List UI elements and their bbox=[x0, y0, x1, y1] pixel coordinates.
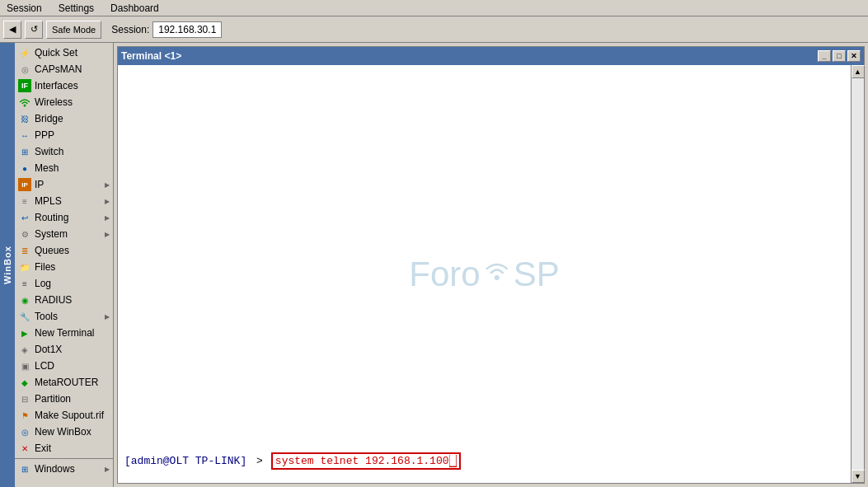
menu-session[interactable]: Session bbox=[3, 2, 45, 15]
sidebar-item-dot1x[interactable]: ◈Dot1X bbox=[15, 341, 113, 358]
sidebar-item-exit[interactable]: ✕Exit bbox=[15, 440, 113, 457]
sidebar-item-ppp[interactable]: ↔PPP bbox=[15, 127, 113, 143]
terminal-cursor: █ bbox=[449, 455, 457, 467]
sidebar-label-routing: Routing bbox=[35, 212, 68, 223]
scroll-down-button[interactable]: ▼ bbox=[852, 470, 865, 483]
refresh-button[interactable]: ↺ bbox=[25, 21, 43, 39]
sidebar-label-dot1x: Dot1X bbox=[35, 344, 62, 355]
sidebar-item-new-winbox[interactable]: ◎New WinBox bbox=[15, 424, 113, 440]
bridge-icon: ⛓ bbox=[18, 112, 31, 125]
back-button[interactable]: ◀ bbox=[3, 21, 21, 39]
watermark-sp: SP bbox=[514, 255, 560, 294]
sidebar-label-partition: Partition bbox=[35, 393, 71, 405]
mpls-icon: ≡ bbox=[18, 194, 31, 208]
sidebar-item-mpls[interactable]: ≡MPLS bbox=[15, 193, 113, 209]
sidebar-label-mesh: Mesh bbox=[35, 162, 59, 174]
terminal-arrow bbox=[248, 455, 255, 467]
terminal-command[interactable]: system telnet 192.168.1.100█ bbox=[271, 452, 461, 470]
sidebar-item-windows[interactable]: ⊞Windows bbox=[15, 461, 113, 477]
terminal-window: Terminal <1> _ □ ✕ Foro bbox=[117, 46, 865, 484]
log-icon: ≡ bbox=[18, 277, 31, 290]
sidebar-content: ⚡Quick Set◎CAPsMANIFInterfaces Wireless⛓… bbox=[15, 43, 113, 479]
scroll-track[interactable] bbox=[852, 78, 864, 470]
sidebar-label-windows: Windows bbox=[35, 463, 75, 475]
sidebar-label-interfaces: Interfaces bbox=[35, 80, 78, 91]
new-winbox-icon: ◎ bbox=[18, 425, 31, 438]
terminal-close-button[interactable]: ✕ bbox=[847, 50, 861, 62]
sidebar-item-capsman[interactable]: ◎CAPsMAN bbox=[15, 61, 113, 77]
terminal-body-wrapper: Foro SP [admin@OLT T bbox=[118, 65, 864, 483]
terminal-titlebar: Terminal <1> _ □ ✕ bbox=[118, 47, 864, 65]
terminal-minimize-button[interactable]: _ bbox=[818, 50, 831, 62]
windows-icon: ⊞ bbox=[18, 462, 31, 475]
sidebar-label-queues: Queues bbox=[35, 245, 69, 256]
sidebar-item-tools[interactable]: 🔧Tools bbox=[15, 308, 113, 325]
sidebar-label-system: System bbox=[35, 228, 68, 240]
menu-dashboard[interactable]: Dashboard bbox=[107, 2, 162, 15]
scroll-up-button[interactable]: ▲ bbox=[852, 65, 865, 78]
sidebar-item-system[interactable]: ⚙System bbox=[15, 226, 113, 242]
lcd-icon: ▣ bbox=[18, 359, 31, 372]
quick-set-icon: ⚡ bbox=[18, 46, 31, 59]
dot1x-icon: ◈ bbox=[18, 343, 31, 356]
sidebar-item-switch[interactable]: ⊞Switch bbox=[15, 143, 113, 160]
sidebar-label-files: Files bbox=[35, 261, 55, 273]
sidebar-item-mesh[interactable]: ●Mesh bbox=[15, 160, 113, 176]
terminal-input-area: [admin@OLT TP-LINK] > system telnet 192.… bbox=[121, 451, 847, 475]
toolbar: ◀ ↺ Safe Mode Session: 192.168.30.1 bbox=[0, 16, 868, 43]
sidebar-item-files[interactable]: 📁Files bbox=[15, 259, 113, 275]
partition-icon: ⊟ bbox=[18, 392, 31, 405]
refresh-icon: ↺ bbox=[30, 24, 38, 35]
sidebar-item-metarouter[interactable]: ◆MetaROUTER bbox=[15, 374, 113, 391]
sidebar-label-new-winbox: New WinBox bbox=[35, 426, 91, 438]
watermark-wifi-icon bbox=[481, 255, 514, 294]
ip-icon: IP bbox=[18, 178, 31, 191]
main-container: WinBox ⚡Quick Set◎CAPsMANIFInterfaces Wi… bbox=[0, 43, 868, 487]
session-label: Session: bbox=[111, 24, 149, 35]
sidebar-item-routing[interactable]: ↩Routing bbox=[15, 209, 113, 226]
exit-icon: ✕ bbox=[18, 442, 31, 455]
sidebar-item-lcd[interactable]: ▣LCD bbox=[15, 358, 113, 374]
sidebar-label-switch: Switch bbox=[35, 146, 63, 157]
sidebar-item-queues[interactable]: ≣Queues bbox=[15, 242, 113, 259]
sidebar-label-lcd: LCD bbox=[35, 360, 54, 372]
terminal-maximize-button[interactable]: □ bbox=[833, 50, 846, 62]
sidebar-item-bridge[interactable]: ⛓Bridge bbox=[15, 110, 113, 127]
radius-icon: ◉ bbox=[18, 293, 31, 307]
session-ip: 192.168.30.1 bbox=[158, 24, 216, 35]
sidebar-label-ip: IP bbox=[35, 179, 44, 190]
back-icon: ◀ bbox=[9, 24, 16, 35]
wireless-icon bbox=[18, 96, 31, 109]
sidebar-item-make-supout[interactable]: ⚑Make Supout.rif bbox=[15, 407, 113, 424]
make-supout-icon: ⚑ bbox=[18, 409, 31, 422]
sidebar-item-partition[interactable]: ⊟Partition bbox=[15, 391, 113, 407]
sidebar-label-tools: Tools bbox=[35, 311, 58, 322]
tools-icon: 🔧 bbox=[18, 310, 31, 323]
winbox-label: WinBox bbox=[0, 43, 15, 487]
sidebar-item-wireless[interactable]: Wireless bbox=[15, 94, 113, 110]
sidebar-label-bridge: Bridge bbox=[35, 113, 63, 124]
new-terminal-icon: ▶ bbox=[18, 326, 31, 339]
ppp-icon: ↔ bbox=[18, 129, 31, 142]
sidebar-item-radius[interactable]: ◉RADIUS bbox=[15, 292, 113, 308]
sidebar-item-new-terminal[interactable]: ▶New Terminal bbox=[15, 325, 113, 341]
terminal-area: Terminal <1> _ □ ✕ Foro bbox=[114, 43, 868, 487]
sidebar-label-exit: Exit bbox=[35, 443, 51, 454]
terminal-command-text: system telnet 192.168.1.100 bbox=[275, 455, 449, 467]
sidebar-item-quick-set[interactable]: ⚡Quick Set bbox=[15, 44, 113, 61]
terminal-body[interactable]: Foro SP [admin@OLT T bbox=[118, 65, 851, 483]
watermark: Foro SP bbox=[409, 255, 559, 294]
terminal-input-line: [admin@OLT TP-LINK] > system telnet 192.… bbox=[121, 451, 847, 471]
svg-point-0 bbox=[24, 105, 26, 107]
terminal-prompt: [admin@OLT TP-LINK] bbox=[124, 455, 246, 467]
sidebar-label-mpls: MPLS bbox=[35, 195, 62, 207]
sidebar-label-capsman: CAPsMAN bbox=[35, 63, 82, 75]
terminal-controls: _ □ ✕ bbox=[818, 50, 861, 62]
sidebar-label-wireless: Wireless bbox=[35, 96, 73, 108]
sidebar-item-log[interactable]: ≡Log bbox=[15, 275, 113, 292]
sidebar-item-ip[interactable]: IPIP bbox=[15, 176, 113, 193]
sidebar-item-interfaces[interactable]: IFInterfaces bbox=[15, 77, 113, 94]
menu-settings[interactable]: Settings bbox=[55, 2, 97, 15]
safe-mode-button[interactable]: Safe Mode bbox=[46, 21, 101, 39]
sidebar-label-metarouter: MetaROUTER bbox=[35, 377, 98, 388]
